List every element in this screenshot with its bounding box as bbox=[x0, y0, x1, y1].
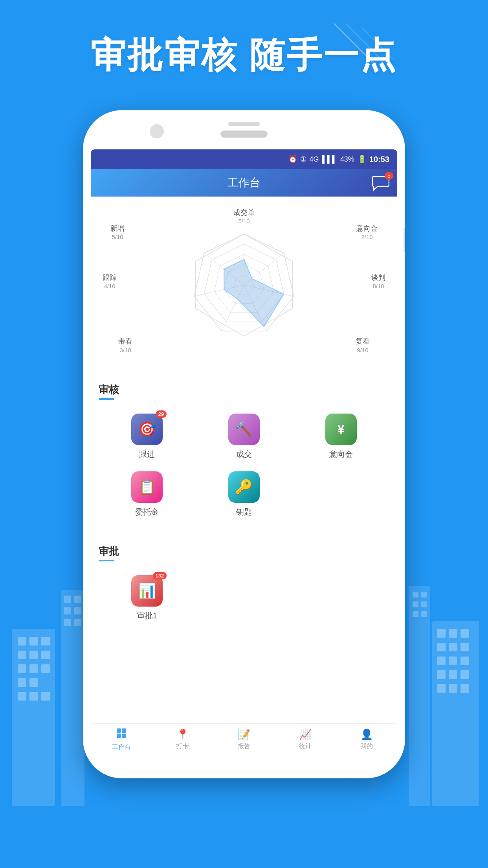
weituojin-icon: 📋 bbox=[138, 479, 156, 495]
genjin-label: 跟进 bbox=[139, 449, 155, 460]
hero-text: 审批审核 随手一点 bbox=[0, 31, 488, 79]
svg-rect-30 bbox=[449, 643, 457, 651]
svg-rect-23 bbox=[64, 619, 71, 626]
stats-nav-label: 统计 bbox=[299, 742, 312, 750]
report-icon: 📝 bbox=[238, 728, 250, 741]
sim-icon: ① bbox=[300, 155, 306, 164]
alarm-icon: ⏰ bbox=[288, 155, 297, 164]
side-button bbox=[404, 228, 405, 252]
yaoshi-icon: 🔑 bbox=[235, 479, 253, 495]
bottom-nav: 工作台 📍 打卡 📝 报告 📈 统计 bbox=[91, 723, 397, 755]
svg-rect-20 bbox=[74, 596, 81, 603]
nav-item-stats[interactable]: 📈 统计 bbox=[275, 728, 336, 750]
svg-rect-35 bbox=[437, 670, 446, 679]
svg-rect-11 bbox=[29, 664, 38, 673]
svg-rect-44 bbox=[413, 601, 418, 607]
chengjiao-label: 成交 bbox=[236, 449, 252, 460]
svg-rect-28 bbox=[460, 629, 469, 638]
audit-item-chengjiao[interactable]: 🔨 成交 bbox=[196, 408, 293, 465]
yixiangjin-label: 意向金 bbox=[329, 449, 353, 460]
phone-speaker bbox=[220, 131, 268, 138]
svg-rect-13 bbox=[18, 678, 26, 687]
radar-label-bottomright: 复看 9/10 bbox=[356, 337, 370, 354]
audit-item-weituojin[interactable]: 📋 委托金 bbox=[99, 465, 196, 523]
svg-rect-37 bbox=[460, 670, 469, 679]
svg-rect-9 bbox=[41, 651, 50, 659]
radar-label-topright: 意向金 2/10 bbox=[356, 224, 378, 241]
svg-rect-8 bbox=[29, 651, 38, 659]
svg-rect-40 bbox=[460, 684, 469, 693]
svg-rect-6 bbox=[41, 637, 50, 645]
approval-title: 审批 bbox=[99, 544, 389, 558]
svg-rect-38 bbox=[437, 684, 446, 693]
radar-section: 成交单 5/10 意向金 2/10 谈判 8/10 bbox=[91, 197, 397, 370]
checkin-icon: 📍 bbox=[176, 728, 189, 741]
audit-section: 审核 🎯 29 跟进 bbox=[91, 375, 397, 531]
svg-rect-29 bbox=[437, 643, 446, 651]
mine-icon: 👤 bbox=[360, 728, 373, 741]
radar-label-top: 成交单 5/10 bbox=[233, 208, 255, 225]
approval-section: 审批 📊 132 审批1 bbox=[91, 537, 397, 643]
audit-section-line bbox=[99, 398, 114, 400]
svg-rect-42 bbox=[413, 592, 418, 598]
svg-rect-45 bbox=[421, 601, 427, 607]
phone-mockup: ⏰ ① 4G ▌▌▌ 43% 🔋 10:53 工作台 5 bbox=[83, 110, 405, 778]
genjin-badge: 29 bbox=[156, 410, 167, 418]
approval1-badge: 132 bbox=[153, 572, 167, 579]
mine-nav-label: 我的 bbox=[360, 742, 373, 750]
yaoshi-label: 钥匙 bbox=[236, 507, 252, 517]
radar-label-bottomleft: 带看 3/10 bbox=[118, 337, 132, 354]
radar-label-left: 跟踪 4/10 bbox=[103, 273, 117, 290]
radar-container: 成交单 5/10 意向金 2/10 谈判 8/10 bbox=[99, 208, 389, 358]
svg-rect-24 bbox=[74, 619, 81, 626]
svg-rect-5 bbox=[29, 637, 38, 645]
screen-content[interactable]: 成交单 5/10 意向金 2/10 谈判 8/10 bbox=[91, 197, 397, 723]
svg-rect-12 bbox=[41, 664, 50, 673]
svg-rect-41 bbox=[409, 586, 430, 806]
report-nav-label: 报告 bbox=[238, 742, 250, 750]
svg-rect-33 bbox=[449, 657, 457, 665]
svg-rect-17 bbox=[41, 692, 50, 701]
svg-rect-3 bbox=[12, 629, 55, 806]
svg-rect-4 bbox=[18, 637, 26, 645]
svg-rect-25 bbox=[432, 621, 479, 806]
svg-rect-15 bbox=[18, 692, 26, 701]
svg-rect-26 bbox=[437, 629, 446, 638]
phone-screen: ⏰ ① 4G ▌▌▌ 43% 🔋 10:53 工作台 5 bbox=[91, 149, 397, 755]
svg-rect-18 bbox=[61, 590, 84, 806]
svg-rect-10 bbox=[18, 664, 26, 673]
svg-rect-65 bbox=[122, 734, 126, 738]
svg-rect-14 bbox=[29, 678, 38, 687]
audit-item-yixiangjin[interactable]: ¥ 意向金 bbox=[292, 408, 389, 465]
weituojin-label: 委托金 bbox=[135, 507, 159, 517]
svg-rect-7 bbox=[18, 651, 26, 659]
approval1-label: 审批1 bbox=[137, 611, 157, 621]
phone-camera bbox=[150, 124, 164, 138]
app-title: 工作台 bbox=[227, 175, 261, 190]
phone-speaker-top bbox=[228, 122, 260, 126]
yixiangjin-icon: ¥ bbox=[338, 422, 345, 437]
nav-item-mine[interactable]: 👤 我的 bbox=[336, 728, 397, 750]
svg-rect-62 bbox=[117, 728, 121, 733]
nav-item-checkin[interactable]: 📍 打卡 bbox=[152, 728, 213, 750]
signal-icon: ▌▌▌ bbox=[322, 155, 337, 164]
nav-item-report[interactable]: 📝 报告 bbox=[213, 728, 275, 750]
svg-rect-34 bbox=[460, 657, 469, 665]
svg-rect-43 bbox=[421, 592, 427, 598]
battery-icon: 🔋 bbox=[358, 155, 366, 164]
audit-item-yaoshi[interactable]: 🔑 钥匙 bbox=[196, 465, 293, 523]
genjin-icon: 🎯 bbox=[138, 421, 156, 438]
stats-icon: 📈 bbox=[299, 728, 312, 741]
svg-rect-39 bbox=[449, 684, 457, 693]
message-button[interactable]: 5 bbox=[372, 175, 389, 191]
radar-label-topleft: 新增 5/10 bbox=[110, 224, 125, 241]
svg-rect-31 bbox=[460, 643, 469, 651]
approval-icon-grid: 📊 132 审批1 bbox=[99, 569, 389, 627]
nav-item-worktable[interactable]: 工作台 bbox=[91, 728, 152, 751]
svg-rect-21 bbox=[64, 607, 71, 614]
svg-rect-46 bbox=[413, 611, 418, 617]
audit-icon-grid: 🎯 29 跟进 🔨 成交 bbox=[99, 408, 389, 523]
checkin-nav-label: 打卡 bbox=[176, 742, 189, 750]
approval-item-1[interactable]: 📊 132 审批1 bbox=[99, 569, 196, 627]
audit-item-genjin[interactable]: 🎯 29 跟进 bbox=[99, 408, 196, 465]
